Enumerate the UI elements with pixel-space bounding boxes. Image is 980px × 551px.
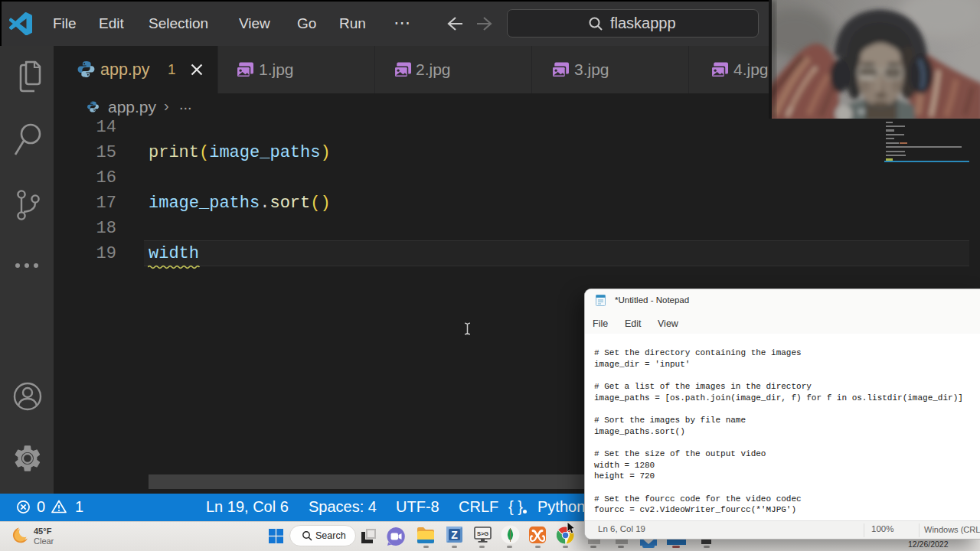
- svg-text:Z: Z: [451, 529, 458, 541]
- svg-text:S>G: S>G: [477, 530, 488, 537]
